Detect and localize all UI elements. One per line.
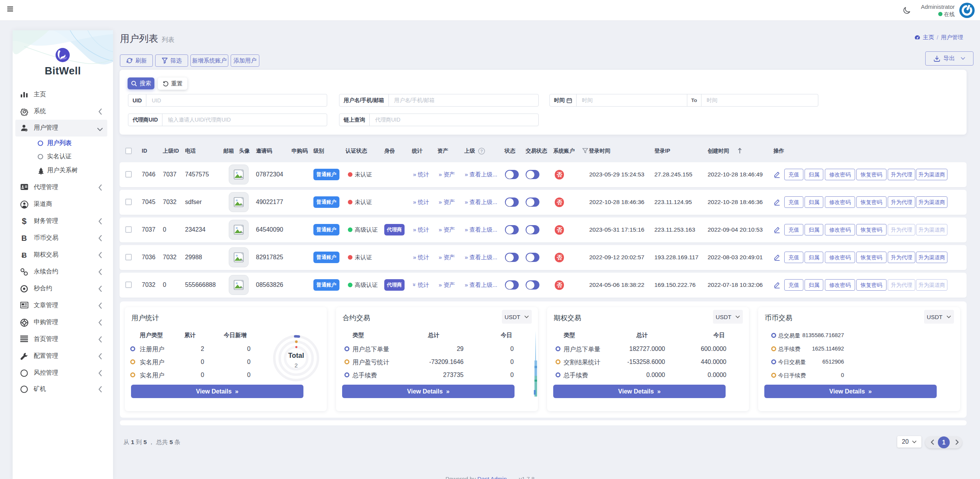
svg-text:B: B (21, 234, 27, 242)
svg-text:$: $ (22, 217, 26, 225)
svg-text:?: ? (480, 149, 483, 153)
svg-text:Ƀ: Ƀ (21, 251, 27, 259)
